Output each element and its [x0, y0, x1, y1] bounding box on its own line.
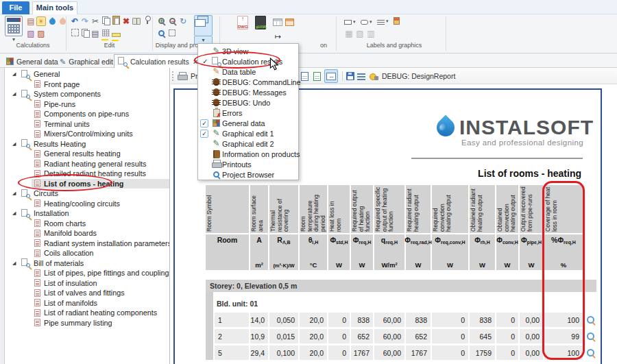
row-zoom-button[interactable] [587, 332, 594, 340]
table-label-icon[interactable]: ▦ [344, 29, 354, 38]
costs-icon[interactable]: ▨ [36, 29, 46, 38]
tree-item-system-components[interactable]: ◢System components [5, 89, 169, 99]
tree-item-installation[interactable]: ◢Installation [5, 208, 169, 219]
windows-view-button[interactable] [194, 15, 213, 36]
tree-item-mixers-control-mixing-units[interactable]: Mixers/Control/mixing units [5, 129, 169, 139]
column-symbol-cell: Φstd,HW [328, 234, 350, 270]
ribbon-tab-main-tools[interactable]: Main tools [32, 1, 77, 14]
expander-icon[interactable]: ◢ [12, 191, 18, 196]
align-grid-icon[interactable] [101, 29, 110, 38]
tree-item-coils-allocation[interactable]: Coils allocation [5, 248, 169, 258]
undo-icon[interactable]: ↶ [70, 16, 80, 26]
ribbon-tab-file[interactable]: File [2, 1, 29, 14]
menu-item-graphical-edit-1[interactable]: ✓✎Graphical edit 1 [198, 128, 298, 138]
label-left-tool[interactable]: ▾ [344, 18, 356, 26]
report-page-icon [34, 299, 40, 306]
tree-item-list-of-manifolds[interactable]: List of manifolds [5, 298, 169, 308]
zoom-selection-icon[interactable] [156, 29, 166, 38]
tree-item-manifold-boards[interactable]: Manifold boards [5, 228, 169, 239]
tab-graphical-edit-1[interactable]: ✎ Graphical edit 1 [56, 55, 123, 68]
tree-item-circuits[interactable]: ◢Circuits [5, 189, 169, 199]
heating-calculation-icon[interactable]: ☀ [36, 16, 46, 26]
row-zoom-button[interactable] [587, 349, 594, 356]
zoom-in-icon[interactable] [156, 16, 166, 26]
connect-icon[interactable]: ↦ [273, 32, 282, 41]
menu-item-debug-commandline[interactable]: DEBUG: CommandLine [198, 77, 298, 87]
row-zoom-button[interactable] [587, 316, 594, 324]
dwg-import-icon[interactable]: DWG [237, 16, 248, 29]
tree-item-list-of-radiant-heating-components[interactable]: List of radiant heating components [5, 308, 169, 318]
tree-item-detailed-radiant-heating-results[interactable]: Detailed radiant heating results [5, 169, 169, 179]
export-table-icon[interactable] [273, 19, 282, 26]
edit-pencil-icon: ✎ [213, 47, 219, 56]
expander-icon[interactable]: ◢ [12, 91, 18, 97]
cut-icon[interactable]: ✂ [90, 16, 100, 26]
redo-icon[interactable]: ↷ [80, 16, 90, 26]
calculations-button[interactable]: ▾ [3, 16, 24, 43]
dhw-calculation-icon[interactable] [58, 17, 67, 27]
menu-item-debug-undo[interactable]: DEBUG: Undo [198, 97, 298, 108]
save-report-button[interactable] [345, 69, 356, 83]
check-results-icon[interactable]: ▤ [26, 16, 36, 26]
debug-designreport-button[interactable]: DEBUG: DesignReport [368, 69, 457, 83]
legend-label-icon[interactable]: ▥ [366, 29, 376, 38]
tree-item-list-of-insulation[interactable]: List of insulation [5, 278, 169, 289]
page-preview-button[interactable] [312, 69, 322, 83]
flag-label-tool[interactable] [394, 16, 400, 25]
zoom-out-icon[interactable] [167, 16, 177, 26]
gbxml-import-icon[interactable]: gbXML [255, 16, 266, 29]
column-symbol-cell: %Φreq,H% [544, 234, 583, 270]
tab-general-data[interactable]: General data [3, 55, 62, 68]
zoom-area-icon[interactable] [167, 29, 177, 38]
column-symbol-cell: Φreq,HW [351, 234, 373, 270]
tree-item-list-of-rooms-heating[interactable]: List of rooms - heating [5, 179, 169, 189]
tree-item-list-of-valves-and-fittings[interactable]: List of valves and fittings [5, 288, 169, 298]
menu-item-project-browser[interactable]: Project Browser [198, 169, 298, 180]
menu-item-errors[interactable]: Errors [198, 108, 298, 118]
menu-item-data-table[interactable]: ✎Data table [198, 66, 298, 77]
tree-item-terminal-units[interactable]: Terminal units [5, 119, 169, 130]
column-symbol-cell: Φreq,conv,HW [432, 234, 468, 270]
tree-item-general[interactable]: ◢General [5, 69, 169, 80]
bug-icon [213, 78, 219, 86]
notes-icon[interactable] [132, 17, 141, 27]
tab-calculation-results[interactable]: Calculation results × [114, 54, 202, 68]
tree-item-results-heating[interactable]: ◢Results Heating [5, 139, 169, 149]
duplicate-icon[interactable] [80, 29, 90, 38]
select-area-icon[interactable] [70, 29, 80, 38]
tree-item-pipe-summary-listing[interactable]: Pipe summary listing [5, 318, 169, 328]
tree-item-radiant-heating-general-results[interactable]: Radiant heating general results [5, 159, 169, 169]
image-label-icon[interactable]: ▨ [355, 29, 365, 38]
menu-item-printouts[interactable]: Printouts [198, 159, 298, 169]
menu-item-calculation-results[interactable]: ✓Calculation results [198, 56, 298, 66]
copy-icon[interactable] [101, 16, 110, 26]
menu-item-general-data[interactable]: ✓General data [198, 118, 298, 128]
water-calculation-icon[interactable] [47, 17, 57, 27]
insert-node-icon[interactable] [143, 16, 152, 25]
menu-item-3d-view[interactable]: ✎3D view [198, 46, 298, 56]
expander-icon[interactable]: ◢ [12, 210, 18, 216]
export-window-icon[interactable] [285, 19, 294, 26]
menu-item-information-on-products[interactable]: Information on products [198, 149, 298, 159]
tree-item-bill-of-materials[interactable]: ◢Bill of materials [5, 258, 169, 269]
delete-icon[interactable]: ✖ [121, 16, 131, 26]
layers-icon[interactable]: ▤ [90, 29, 100, 38]
paste-icon[interactable] [111, 16, 121, 25]
expander-icon[interactable]: ◢ [12, 71, 18, 77]
text-label-tool[interactable]: ▾ [377, 17, 389, 25]
page-setup-button[interactable] [300, 69, 310, 83]
menu-item-graphical-edit-2[interactable]: ✎Graphical edit 2 [198, 138, 298, 149]
label-right-tool[interactable]: ▾ [361, 18, 372, 26]
scheme-variants-icon[interactable]: ▧ [26, 29, 36, 38]
expander-icon[interactable]: ◢ [12, 141, 18, 147]
fit-width-button[interactable] [324, 69, 338, 83]
column-symbol-cell: θi,H°C [300, 234, 327, 270]
tree-item-radiant-system-installation-parameters[interactable]: Radiant system installation parameters [5, 239, 169, 249]
refresh-view-icon[interactable]: ↻ [178, 16, 188, 26]
toolbar-grip[interactable] [172, 71, 173, 81]
ruler-icon[interactable] [111, 29, 121, 39]
menu-item-debug-messages[interactable]: DEBUG: Messages [198, 87, 298, 97]
expander-icon[interactable]: ◢ [12, 260, 18, 266]
report-list-button[interactable] [356, 69, 367, 83]
tree-item-components-on-pipe-runs[interactable]: Components on pipe-runs [5, 109, 169, 119]
